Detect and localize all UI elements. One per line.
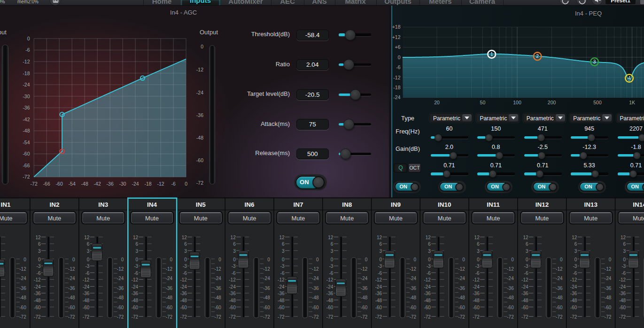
svg-text:-54: -54	[23, 140, 30, 145]
svg-text:-72: -72	[196, 180, 203, 186]
svg-text:IN3: IN3	[98, 201, 109, 208]
svg-text:Mute: Mute	[389, 215, 403, 222]
svg-text:IN12: IN12	[535, 201, 549, 208]
svg-text:2: 2	[536, 54, 539, 59]
svg-text:-18: -18	[145, 181, 152, 187]
svg-text:-42: -42	[23, 117, 30, 122]
svg-text:Mute: Mute	[535, 215, 549, 222]
svg-text:IN7: IN7	[293, 201, 303, 208]
svg-text:IN11: IN11	[487, 201, 500, 208]
svg-text:IN1: IN1	[1, 201, 11, 208]
svg-text:IN10: IN10	[438, 201, 451, 208]
svg-text:1: 1	[490, 52, 493, 57]
svg-text:Mute: Mute	[584, 215, 597, 222]
svg-text:500: 500	[593, 100, 602, 105]
svg-text:IN13: IN13	[584, 201, 597, 208]
svg-text:IN6: IN6	[245, 201, 255, 208]
svg-text:50: 50	[480, 100, 486, 105]
svg-text:-24: -24	[23, 82, 30, 87]
svg-text:-36: -36	[196, 112, 203, 118]
svg-text:-6: -6	[171, 181, 175, 187]
svg-text:-48: -48	[196, 135, 203, 141]
svg-text:-30: -30	[23, 94, 30, 99]
svg-text:IN9: IN9	[391, 201, 401, 208]
svg-text:0: 0	[398, 55, 401, 60]
svg-text:IN8: IN8	[342, 201, 352, 208]
svg-text:-24: -24	[132, 181, 139, 187]
svg-text:-12: -12	[393, 75, 400, 80]
svg-text:4: 4	[628, 76, 631, 81]
svg-text:-60: -60	[23, 151, 30, 156]
svg-text:+12: +12	[392, 34, 401, 40]
svg-text:0: 0	[201, 44, 203, 49]
svg-text:1K: 1K	[629, 100, 635, 105]
svg-text:-66: -66	[43, 181, 50, 187]
svg-text:IN2: IN2	[49, 201, 59, 208]
svg-text:20: 20	[434, 100, 440, 105]
svg-text:Mute: Mute	[194, 215, 208, 222]
svg-text:-48: -48	[23, 128, 30, 133]
svg-text:Mute: Mute	[96, 215, 110, 222]
svg-text:Mute: Mute	[633, 215, 644, 222]
svg-text:-18: -18	[393, 85, 400, 90]
svg-text:-36: -36	[23, 105, 30, 110]
svg-text:3: 3	[593, 59, 596, 64]
svg-text:0: 0	[185, 181, 187, 187]
svg-text:-42: -42	[94, 181, 101, 187]
svg-text:100: 100	[513, 100, 521, 105]
svg-text:-60: -60	[56, 181, 63, 187]
svg-text:IN4: IN4	[147, 201, 157, 208]
svg-text:IN5: IN5	[196, 201, 206, 208]
svg-text:-30: -30	[119, 181, 126, 187]
svg-text:0: 0	[27, 36, 30, 41]
svg-text:IN14: IN14	[633, 201, 644, 208]
svg-text:Mute: Mute	[47, 215, 61, 222]
svg-text:-18: -18	[23, 70, 30, 76]
svg-text:Mute: Mute	[438, 215, 451, 222]
svg-text:Mute: Mute	[243, 215, 256, 222]
svg-text:-24: -24	[393, 94, 400, 100]
svg-text:-12: -12	[23, 59, 30, 64]
svg-text:+18: +18	[392, 24, 401, 30]
svg-text:Mute: Mute	[145, 215, 159, 222]
svg-text:Mute: Mute	[291, 215, 305, 222]
svg-text:200: 200	[548, 100, 556, 105]
svg-text:Mute: Mute	[340, 215, 354, 222]
svg-text:-54: -54	[69, 181, 76, 187]
svg-text:-66: -66	[23, 163, 30, 168]
svg-text:+6: +6	[395, 44, 401, 50]
svg-text:-12: -12	[157, 181, 164, 187]
svg-text:Mute: Mute	[0, 215, 13, 222]
svg-text:-36: -36	[107, 181, 114, 187]
svg-text:-72: -72	[31, 181, 38, 187]
svg-text:-6: -6	[396, 64, 400, 70]
svg-text:-48: -48	[81, 181, 88, 187]
svg-text:Mute: Mute	[487, 215, 500, 222]
svg-text:-60: -60	[196, 157, 203, 163]
svg-text:-72: -72	[23, 174, 30, 180]
svg-text:-6: -6	[25, 47, 30, 53]
